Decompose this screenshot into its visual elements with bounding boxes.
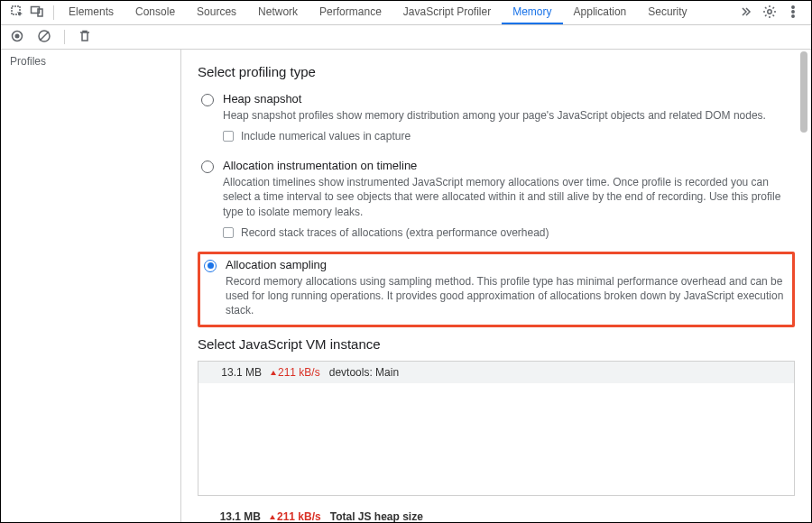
vm-rate: 211 kB/s — [271, 366, 320, 379]
arrow-up-icon — [271, 371, 276, 375]
option-subcheck[interactable]: Include numerical values in capture — [223, 130, 791, 142]
delete-icon[interactable] — [78, 29, 92, 46]
svg-point-4 — [792, 5, 794, 7]
memory-toolbar — [1, 25, 811, 50]
total-size: 13.1 MB — [207, 510, 261, 522]
scrollbar[interactable] — [798, 51, 809, 520]
vm-name: devtools: Main — [329, 366, 399, 379]
devtools-tabstrip: ElementsConsoleSourcesNetworkPerformance… — [1, 1, 811, 25]
profiles-section-header: Profiles — [1, 50, 180, 73]
panel-tabs: ElementsConsoleSourcesNetworkPerformance… — [58, 1, 732, 24]
svg-point-6 — [792, 14, 794, 16]
option-desc: Allocation timelines show instrumented J… — [223, 175, 791, 219]
vm-instance-list: 13.1 MB 211 kB/s devtools: Main — [198, 361, 795, 496]
total-label: Total JS heap size — [330, 510, 423, 522]
option-allocation-sampling[interactable]: Allocation sampling Record memory alloca… — [198, 252, 795, 328]
tab-memory[interactable]: Memory — [502, 1, 562, 24]
option-label: Allocation instrumentation on timeline — [223, 159, 791, 172]
tab-performance[interactable]: Performance — [309, 1, 392, 24]
option-label: Heap snapshot — [223, 92, 791, 106]
tab-console[interactable]: Console — [125, 1, 186, 24]
memory-content: Select profiling type Heap snapshot Heap… — [181, 50, 811, 522]
device-toolbar-icon[interactable] — [30, 5, 44, 22]
divider — [53, 5, 54, 20]
radio-icon[interactable] — [204, 260, 217, 272]
subcheck-label: Record stack traces of allocations (extr… — [241, 226, 549, 239]
radio-icon[interactable] — [201, 94, 214, 106]
inspect-icon[interactable] — [10, 5, 24, 22]
vm-size: 13.1 MB — [208, 366, 262, 379]
svg-line-10 — [40, 32, 49, 41]
arrow-up-icon — [270, 515, 275, 519]
option-label: Allocation sampling — [226, 258, 789, 271]
memory-footer: 13.1 MB 211 kB/s Total JS heap size Star… — [198, 505, 795, 522]
total-rate: 211 kB/s — [270, 510, 321, 522]
option-desc: Heap snapshot profiles show memory distr… — [223, 108, 791, 123]
tab-security[interactable]: Security — [637, 1, 697, 24]
record-icon[interactable] — [10, 29, 24, 46]
tab-network[interactable]: Network — [247, 1, 309, 24]
checkbox-icon[interactable] — [223, 131, 234, 142]
profiling-type-title: Select profiling type — [198, 64, 795, 79]
profiles-sidebar: Profiles — [1, 50, 181, 522]
dock-icons — [5, 5, 50, 22]
subcheck-label: Include numerical values in capture — [241, 130, 411, 142]
radio-icon[interactable] — [201, 161, 214, 173]
svg-rect-2 — [38, 9, 42, 16]
svg-point-5 — [792, 10, 794, 12]
tab-application[interactable]: Application — [563, 1, 638, 24]
kebab-menu-icon[interactable] — [786, 5, 800, 22]
vm-instance-title: Select JavaScript VM instance — [198, 336, 795, 352]
option-desc: Record memory allocations using sampling… — [226, 274, 789, 318]
svg-point-8 — [15, 33, 20, 38]
tab-javascript-profiler[interactable]: JavaScript Profiler — [392, 1, 502, 24]
checkbox-icon[interactable] — [223, 227, 234, 238]
more-tabs-icon[interactable] — [739, 5, 753, 22]
option-heap-snapshot[interactable]: Heap snapshot Heap snapshot profiles sho… — [198, 88, 795, 150]
svg-point-3 — [768, 9, 771, 13]
settings-icon[interactable] — [762, 5, 777, 22]
divider — [64, 30, 65, 44]
vm-instance-row[interactable]: 13.1 MB 211 kB/s devtools: Main — [198, 362, 794, 383]
tab-sources[interactable]: Sources — [186, 1, 247, 24]
clear-icon[interactable] — [37, 29, 51, 46]
option-subcheck[interactable]: Record stack traces of allocations (extr… — [223, 226, 791, 239]
tab-elements[interactable]: Elements — [58, 1, 125, 24]
option-allocation-timeline[interactable]: Allocation instrumentation on timeline A… — [198, 155, 795, 246]
